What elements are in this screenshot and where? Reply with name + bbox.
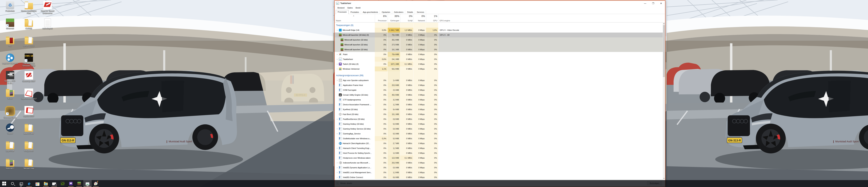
desktop-icon-jegercraft[interactable]: jegercraft	[2, 141, 19, 152]
process-row[interactable]: ›Microsoft Edge (14)0,9%1 041,7 MB1,2 MB…	[335, 28, 665, 33]
column-header-naam[interactable]: Naam	[335, 14, 375, 22]
desktop-icon-foolcraft-2[interactable]: foolcraft 2	[2, 158, 19, 170]
desktop-icon-forge-1-10-2-12-18-[interactable]: forge-1.10.2-12.18...	[2, 71, 19, 84]
expand-chevron-icon[interactable]: ›	[336, 53, 339, 55]
desktop-icon-drone[interactable]: drone	[2, 88, 19, 100]
expand-chevron-icon[interactable]: ›	[336, 79, 339, 81]
process-row[interactable]: Corsair Utility Engine (32-bits)0%49,4 M…	[335, 92, 665, 97]
column-header-gpu[interactable]: 1%GPU	[426, 14, 438, 22]
process-row[interactable]: ›FastBootService (32-bits)0%0,8 MB0 MB/s…	[335, 117, 665, 121]
process-row[interactable]: ›Minecraft launcher (32-bits) (3)0%78,4 …	[335, 33, 665, 37]
desktop-icon-sketchup-2017[interactable]: SketchUp 2017	[21, 71, 37, 82]
desktop-icon-prullenbak[interactable]: Prullenbak	[2, 1, 19, 12]
taskbar-task-manager-button[interactable]	[83, 180, 92, 187]
process-row[interactable]: ›Intel(R) Dynamic Application Lo...0%0,5…	[335, 165, 665, 170]
process-row[interactable]: Fast Boot (32-bits)0%15,1 MB0 MB/s0 Mbps…	[335, 112, 665, 117]
close-button[interactable]: ✕	[657, 1, 665, 6]
section-header[interactable]: Achtergrondprocessen (99)	[335, 73, 665, 78]
expand-chevron-icon[interactable]: ›	[336, 127, 339, 130]
desktop-icon-msi[interactable]: msi	[2, 36, 19, 47]
column-header-schijf[interactable]: 0%Schijf	[400, 14, 413, 22]
taskbar-file-explorer-button[interactable]	[42, 180, 50, 187]
menu-opties[interactable]: Opties	[346, 6, 354, 9]
taskbar-edge-button[interactable]: e	[25, 180, 33, 187]
expand-chevron-icon[interactable]: ›	[336, 171, 339, 174]
taskbar-paint-button[interactable]	[92, 180, 100, 187]
desktop-icon-car-mechanic-simulator-2018[interactable]: CMS 18Car Mechanic Simulator 2018	[21, 53, 37, 67]
taskbar-minecraft-button[interactable]	[75, 180, 83, 187]
process-row[interactable]: ›Twitch (32-bits) (3)0%107,1 MB0,1 MB/s0…	[335, 62, 665, 67]
taskbar-start-button[interactable]	[0, 180, 8, 187]
process-row[interactable]: EyeRest (32-bits)0%9,4 MB0 MB/s0 Mbps0%	[335, 107, 665, 112]
taskbar-geforce-experience-button[interactable]	[58, 180, 67, 187]
tab-prestaties[interactable]: Prestaties	[349, 10, 361, 14]
desktop-icon-logmein-hamachi[interactable]: LogMeIn Hamachi	[2, 53, 19, 65]
desktop-icon-server-1-11-2[interactable]: server 1.11.2	[21, 36, 37, 47]
taskbar-store-button[interactable]	[33, 180, 42, 187]
desktop-icon-style-builder-2017[interactable]: Style Builder 2017	[21, 88, 37, 100]
tab-details[interactable]: Details	[405, 10, 415, 14]
desktop-icon-layout-2017[interactable]: LayOut 2017	[21, 106, 37, 117]
scroll-down-arrow[interactable]: ▼	[663, 177, 665, 180]
process-row[interactable]: CTF-laadprogramma0%3,3 MB0 MB/s0 Mbps0%	[335, 97, 665, 102]
desktop-icon-stranded-deep[interactable]: Stranded Deep	[2, 106, 19, 119]
process-row[interactable]: ›Taakbeheer0,6%24,1 MB0 MB/s0 Mbps0%	[335, 57, 665, 62]
process-row[interactable]: Gaming Hotkey (32-bits)0%5,9 MB0 MB/s0 M…	[335, 121, 665, 126]
process-row[interactable]: Host Process for Setting Synchr...0%1,0 …	[335, 151, 665, 155]
expand-chevron-icon[interactable]: ›	[336, 118, 339, 120]
expand-chevron-icon[interactable]: ›	[336, 29, 339, 31]
expand-chevron-icon[interactable]: ›	[336, 58, 339, 61]
expand-chevron-icon[interactable]: ›	[336, 68, 339, 70]
taskbar-task-view-button[interactable]	[17, 180, 25, 187]
desktop-icon-loot-tables[interactable]: loot_tables	[21, 141, 37, 152]
process-row[interactable]: COM Surrogate0%2,6 MB0 MB/s0 Mbps0%	[335, 87, 665, 92]
process-row[interactable]: Device Association Framework ...0%1,2 MB…	[335, 102, 665, 107]
scroll-up-arrow[interactable]: ▲	[663, 22, 665, 25]
process-row[interactable]: ›Intel(R) Local Management Serv...0%1,3 …	[335, 170, 665, 175]
desktop-icon-curse[interactable]: CURSE	[21, 18, 37, 30]
process-row[interactable]: Hostproces voor Windows-taken0%12,0 MB0,…	[335, 155, 665, 160]
tab-app-geschiedenis[interactable]: App-geschiedenis	[361, 10, 380, 14]
taskbar-search-button[interactable]	[8, 180, 17, 187]
desktop-icon-minecraft[interactable]: Minecraft	[2, 18, 19, 30]
menu-beeld[interactable]: Beeld	[354, 6, 362, 9]
menu-bestand[interactable]: Bestand	[336, 6, 346, 9]
tab-opstarten[interactable]: Opstarten	[380, 10, 392, 14]
process-row[interactable]: ›Paint0%79,4 MB0 MB/s0 Mbps0%	[335, 52, 665, 57]
desktop-icon-norton-installation-files[interactable]: Norton Installation Files	[21, 1, 37, 14]
process-row[interactable]: Application Frame Host0%20,9 MB0 MB/s0 M…	[335, 83, 665, 87]
expand-chevron-icon[interactable]: ›	[336, 176, 339, 179]
title-bar[interactable]: Taakbeheer — ❐ ✕	[335, 1, 665, 6]
process-row[interactable]: ›Intel(R) Online Connect0%6,6 MB0 MB/s0 …	[335, 175, 665, 179]
expand-chevron-icon[interactable]: ›	[336, 166, 339, 169]
taskbar-mail-button[interactable]: 3	[50, 180, 58, 187]
tab-gebruikers[interactable]: Gebruikers	[392, 10, 405, 14]
collapse-chevron-icon[interactable]: ›	[336, 34, 338, 36]
taskbar-twitch-button[interactable]	[67, 180, 75, 187]
process-row[interactable]: ›Windows Verkenner1,1%56,3 MB0 MB/s0 Mbp…	[335, 67, 665, 71]
expand-chevron-icon[interactable]: ›	[336, 147, 339, 149]
desktop-icon-nativelog-txt[interactable]: nativelog.txt	[39, 18, 56, 30]
process-row[interactable]: ›Gaming Hotkey Service (32-bits)0%0,6 MB…	[335, 126, 665, 131]
process-row[interactable]: ›Hamachi Client Tunneling Engi...0%1,2 M…	[335, 146, 665, 151]
column-header-processor[interactable]: 6%Processor	[375, 14, 388, 22]
desktop-icon-jegerscrafty[interactable]: jegerscrafty	[21, 123, 37, 135]
tab-services[interactable]: Services	[415, 10, 426, 14]
column-header-gpu-engine[interactable]: GPU-engine	[438, 14, 473, 22]
process-row[interactable]: ›App voor Spooler-subsysteem0%1,4 MB0 MB…	[335, 78, 665, 83]
scroll-thumb[interactable]	[663, 25, 665, 77]
process-row[interactable]: Minecraft launcher (32-bits)0%27,0 MB0 M…	[335, 42, 665, 47]
desktop-icon-nieuwe-map[interactable]: Nieuwe map	[21, 158, 37, 170]
column-header-netwerk[interactable]: 0%Netwerk	[413, 14, 426, 22]
desktop-icon-need-for-speed-undercover[interactable]: Need for Speed Undercover	[39, 1, 56, 14]
minimize-button[interactable]: —	[641, 1, 649, 6]
process-row[interactable]: Grafiekisolatie voor Windows-a...0,3%5,9…	[335, 136, 665, 141]
column-header-geheugen[interactable]: 39%Geheugen	[388, 14, 400, 22]
maximize-button[interactable]: ❐	[649, 1, 657, 6]
desktop-icon-steam[interactable]: Steam	[2, 123, 19, 135]
process-row[interactable]: ›GamingApp_Service0%5,5 MB0 MB/s0 Mbps0%	[335, 131, 665, 136]
expand-chevron-icon[interactable]: ›	[336, 63, 339, 65]
process-row[interactable]: Minecraft launcher (32-bits)0%16,1 MB0 M…	[335, 47, 665, 52]
expand-chevron-icon[interactable]: ›	[336, 161, 339, 164]
process-row[interactable]: ›Indexeerfunctie van Microsoft ...0%26,0…	[335, 160, 665, 165]
